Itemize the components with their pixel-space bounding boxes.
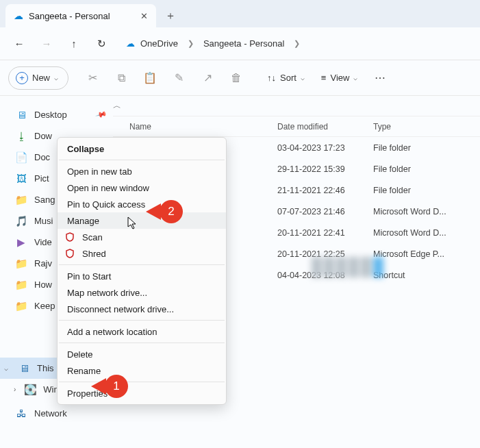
ctx-pin-start[interactable]: Pin to Start (58, 268, 226, 284)
folder-icon: 📁 (15, 279, 27, 291)
cloud-icon: ☁ (126, 38, 135, 49)
mouse-cursor (127, 216, 138, 230)
file-type: Microsoft Word D... (373, 207, 480, 216)
sort-button[interactable]: ↑↓ Sort ⌵ (260, 66, 312, 90)
chevron-down-icon: ⌵ (353, 74, 357, 82)
file-date: 03-04-2023 17:23 (277, 143, 373, 153)
videos-icon: ▶ (15, 236, 27, 249)
blurred-content (312, 257, 394, 277)
view-label: View (330, 73, 349, 83)
plus-icon: + (16, 72, 28, 84)
chevron-right-icon: ❯ (184, 39, 198, 48)
pin-icon: 📌 (95, 108, 108, 121)
column-type[interactable]: Type (373, 122, 480, 132)
file-date: 29-11-2022 15:39 (277, 164, 373, 174)
new-tab-button[interactable]: ＋ (159, 4, 182, 27)
tab-title: Sangeeta - Personal (29, 11, 110, 21)
downloads-icon: ⭳ (15, 130, 27, 142)
breadcrumb-segment[interactable]: Sangeeta - Personal (199, 36, 289, 51)
desktop-icon: 🖥 (15, 109, 27, 121)
ctx-rename[interactable]: Rename (58, 362, 226, 379)
ctx-manage[interactable]: Manage (58, 212, 226, 229)
file-type: File folder (373, 186, 480, 195)
chevron-right-icon: › (14, 386, 16, 393)
column-date[interactable]: Date modified (277, 122, 373, 132)
context-menu: Collapse Open in new tab Open in new win… (57, 137, 227, 405)
column-name[interactable]: Name (113, 122, 277, 132)
more-button[interactable]: ⋯ (367, 66, 393, 90)
mcafee-icon (64, 232, 75, 242)
breadcrumb-root[interactable]: OneDrive (136, 36, 182, 51)
mcafee-icon (64, 249, 75, 258)
sort-icon: ↑↓ (267, 73, 276, 83)
ctx-collapse[interactable]: Collapse (58, 140, 226, 157)
ctx-open-new-tab[interactable]: Open in new tab (58, 163, 226, 179)
cloud-icon: ☁ (14, 10, 23, 21)
documents-icon: 📄 (15, 151, 27, 164)
close-tab-icon[interactable]: ✕ (140, 11, 148, 21)
back-button[interactable]: ← (8, 33, 30, 55)
view-button[interactable]: ≡ View ⌵ (314, 66, 365, 90)
breadcrumb[interactable]: ☁ OneDrive ❯ Sangeeta - Personal ❯ (126, 36, 304, 51)
new-button[interactable]: + New ⌵ (8, 66, 68, 90)
sidebar-item-desktop[interactable]: 🖥Desktop📌 (0, 104, 113, 125)
share-button[interactable]: ↗ (194, 66, 220, 90)
folder-icon: 📁 (15, 258, 27, 270)
chevron-right-icon: ❯ (290, 39, 304, 48)
ctx-properties[interactable]: Properties (58, 385, 226, 401)
ctx-delete[interactable]: Delete (58, 346, 226, 362)
rename-button[interactable]: ✎ (166, 66, 192, 90)
sort-label: Sort (280, 73, 296, 83)
ctx-scan[interactable]: Scan (58, 229, 226, 245)
up-button[interactable]: ↑ (63, 33, 85, 55)
ctx-pin-quick-access[interactable]: Pin to Quick access (58, 196, 226, 212)
ctx-shred[interactable]: Shred (58, 245, 226, 262)
file-date: 21-11-2021 22:46 (277, 186, 373, 195)
file-date: 07-07-2023 21:46 (277, 207, 373, 216)
paste-button[interactable]: 📋 (137, 66, 163, 90)
ctx-add-network-location[interactable]: Add a network location (58, 323, 226, 340)
ctx-map-drive[interactable]: Map network drive... (58, 284, 226, 301)
file-type: Microsoft Word D... (373, 228, 480, 238)
pc-icon: 🖥 (18, 362, 30, 375)
chevron-down-icon: ⌵ (301, 74, 305, 82)
view-icon: ≡ (321, 73, 327, 83)
chevron-down-icon: ⌵ (54, 74, 58, 82)
sidebar-item-network[interactable]: 🖧Network (0, 403, 113, 424)
folder-icon: 📁 (15, 300, 27, 312)
ctx-disconnect-drive[interactable]: Disconnect network drive... (58, 301, 226, 317)
cut-button[interactable]: ✂ (79, 66, 105, 90)
ctx-open-new-window[interactable]: Open in new window (58, 179, 226, 196)
collapse-header-icon[interactable]: ︿ (113, 96, 480, 116)
new-label: New (32, 73, 50, 83)
network-icon: 🖧 (15, 408, 27, 420)
file-type: File folder (373, 143, 480, 153)
pictures-icon: 🖼 (15, 173, 27, 185)
chevron-down-icon: ⌵ (4, 364, 8, 372)
delete-button[interactable]: 🗑 (223, 66, 249, 90)
drive-icon: 💽 (24, 384, 36, 396)
window-tab[interactable]: ☁ Sangeeta - Personal ✕ (5, 4, 156, 27)
file-type: File folder (373, 164, 480, 174)
file-date: 20-11-2021 22:41 (277, 228, 373, 238)
forward-button[interactable]: → (36, 33, 58, 55)
music-icon: 🎵 (15, 215, 27, 227)
refresh-button[interactable]: ↻ (90, 33, 112, 55)
copy-button[interactable]: ⧉ (108, 66, 134, 90)
folder-icon: 📁 (15, 194, 27, 206)
